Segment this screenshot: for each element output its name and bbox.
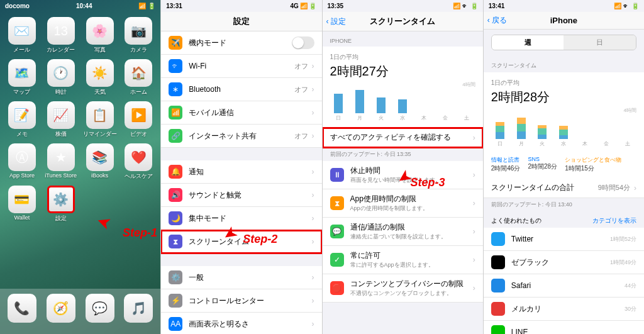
cell-機内モード[interactable]: ✈️機内モード xyxy=(161,31,321,55)
app-row-ゼブラック[interactable]: ゼブラック1時間49分 xyxy=(484,251,644,274)
step1-label: Step-1 xyxy=(123,226,157,240)
app-設定[interactable]: ⚙️設定 xyxy=(43,186,79,223)
app-Wallet[interactable]: 💳Wallet xyxy=(4,186,40,223)
app-時計[interactable]: 🕐時計 xyxy=(43,59,79,96)
cell-インターネット共有[interactable]: 🔗インターネット共有オフ› xyxy=(161,125,321,148)
app-row-Twitter[interactable]: Twitter1時間52分 xyxy=(484,228,644,251)
segmented-control[interactable]: 週 日 xyxy=(491,35,636,50)
cell-常に許可[interactable]: ✓常に許可常に許可するAppを選択します。› xyxy=(323,246,483,274)
row-icon: 🛑 xyxy=(330,281,344,295)
nav-title: iPhone xyxy=(550,16,577,25)
cell-App使用時間の制限[interactable]: ⧗App使用時間の制限Appの使用時間を制限します。› xyxy=(323,189,483,218)
dock-messages[interactable]: 💬 xyxy=(86,294,114,323)
row-icon: 🌙 xyxy=(169,211,182,225)
usage-chart-stacked: 4時間 日月火水木金土 xyxy=(491,109,636,147)
app-ビデオ[interactable]: ▶️ビデオ xyxy=(120,101,157,138)
seg-week[interactable]: 週 xyxy=(492,35,564,50)
chevron-right-icon: › xyxy=(312,62,314,70)
chevron-right-icon: › xyxy=(473,170,475,179)
app-iTunes Store[interactable]: ★iTunes Store xyxy=(43,143,79,181)
nav-bar: ‹ 設定 スクリーンタイム xyxy=(323,12,483,31)
switch[interactable] xyxy=(292,36,314,49)
cell-Wi-Fi[interactable]: ᯤWi-Fiオフ› xyxy=(161,55,321,78)
app-label: 時計 xyxy=(55,88,67,96)
usage-chart: 4時間 日月火水木金土 xyxy=(330,84,475,121)
app-カレンダー[interactable]: 13カレンダー xyxy=(43,17,79,54)
chevron-right-icon: › xyxy=(312,214,314,223)
status-icons: 4G 📶 🔋 xyxy=(290,3,316,9)
app-label: マップ xyxy=(13,88,30,96)
app-icon: ▶️ xyxy=(125,101,152,129)
app-iBooks[interactable]: 📚iBooks xyxy=(82,143,118,181)
cell-コンテンツとプライバシーの制限[interactable]: 🛑コンテンツとプライバシーの制限不適切なコンテンツをブロックします。› xyxy=(323,274,483,303)
statusbar: 13:41 📶 ᯤ 🔋 xyxy=(484,0,644,12)
chevron-right-icon: › xyxy=(312,108,314,117)
dock-phone[interactable]: 📞 xyxy=(8,294,36,323)
app-icon: 📈 xyxy=(47,101,75,129)
app-row-メルカリ[interactable]: メルカリ30分 xyxy=(484,298,644,321)
app-メール[interactable]: ✉️メール xyxy=(4,17,40,54)
back-button[interactable]: ‹ 戻る xyxy=(487,15,507,26)
avg-label: 1日の平均 xyxy=(330,53,475,62)
app-天気[interactable]: ☀️天気 xyxy=(82,59,118,96)
nav-bar: 設定 xyxy=(161,12,321,31)
app-App Store[interactable]: ⒶApp Store xyxy=(4,143,40,181)
statusbar: 13:31 4G 📶 🔋 xyxy=(161,0,321,12)
section-header: IPHONE xyxy=(323,31,483,47)
app-ホーム[interactable]: 🏠ホーム xyxy=(120,59,157,96)
cell-Bluetooth[interactable]: ∗Bluetoothオフ› xyxy=(161,78,321,101)
cell-スクリーンタイム[interactable]: ⧗スクリーンタイム› xyxy=(161,230,321,253)
show-categories-link[interactable]: カテゴリを表示 xyxy=(592,216,636,225)
app-row-LINE[interactable]: LINE xyxy=(484,321,644,334)
back-button[interactable]: ‹ 設定 xyxy=(326,16,346,27)
step2-label: Step-2 xyxy=(243,233,277,246)
avg-value: 2時間28分 xyxy=(491,89,636,106)
section-header: スクリーンタイム xyxy=(484,55,644,72)
chevron-right-icon: › xyxy=(473,133,475,142)
chevron-right-icon: › xyxy=(473,284,475,292)
app-icon xyxy=(491,279,505,292)
total-value: 9時間54分 xyxy=(598,183,630,192)
chevron-right-icon: › xyxy=(312,296,314,305)
step3-label: Step-3 xyxy=(411,176,445,189)
app-メモ[interactable]: 📝メモ xyxy=(4,101,40,138)
cell-集中モード[interactable]: 🌙集中モード› xyxy=(161,207,321,230)
update-note: 前回のアップデート: 今日 13:35 xyxy=(323,148,483,161)
app-リマインダー[interactable]: 📋リマインダー xyxy=(82,101,118,138)
app-icon: Ⓐ xyxy=(8,143,36,171)
app-icon xyxy=(491,302,505,316)
app-label: Wallet xyxy=(14,214,30,221)
dock-music[interactable]: 🎵 xyxy=(124,294,153,323)
cell-画面表示と明るさ[interactable]: AA画面表示と明るさ› xyxy=(161,313,321,334)
cell-サウンドと触覚[interactable]: 🔊サウンドと触覚› xyxy=(161,184,321,207)
app-icon: 📷 xyxy=(125,17,152,45)
app-カメラ[interactable]: 📷カメラ xyxy=(120,17,157,54)
cell-コントロールセンター[interactable]: ⚡コントロールセンター› xyxy=(161,289,321,313)
bar: 火 xyxy=(534,125,552,148)
dock-safari[interactable]: 🧭 xyxy=(47,294,75,323)
cell-通信/通話の制限[interactable]: 💬通信/通話の制限連絡先に基づいて制限を設定します。› xyxy=(323,218,483,246)
seg-day[interactable]: 日 xyxy=(564,35,636,50)
average-block[interactable]: 1日の平均 2時間27分 4時間 日月火水木金土 xyxy=(323,47,483,128)
cell-一般[interactable]: ⚙️一般› xyxy=(161,266,321,289)
cell-モバイル通信[interactable]: 📶モバイル通信› xyxy=(161,101,321,125)
app-写真[interactable]: 🌸写真 xyxy=(82,17,118,54)
app-株価[interactable]: 📈株価 xyxy=(43,101,79,138)
app-icon xyxy=(491,232,505,246)
cell-通知[interactable]: 🔔通知› xyxy=(161,160,321,184)
nav-title: 設定 xyxy=(233,16,250,27)
total-cell[interactable]: スクリーンタイムの合計 9時間54分 › xyxy=(484,178,644,198)
app-マップ[interactable]: 🗺️マップ xyxy=(4,59,40,96)
app-label: App Store xyxy=(9,172,35,179)
chevron-right-icon: › xyxy=(312,320,314,328)
app-ヘルスケア[interactable]: ❤️ヘルスケア xyxy=(120,143,157,181)
all-activity-cell[interactable]: すべてのアクティビティを確認する › xyxy=(323,128,483,148)
bar: 日 xyxy=(491,122,509,148)
app-icon: 🗺️ xyxy=(8,59,36,87)
nav-bar: ‹ 戻る iPhone xyxy=(484,12,644,30)
app-label: リマインダー xyxy=(83,130,117,138)
row-icon: ᯤ xyxy=(169,59,182,73)
app-row-Safari[interactable]: Safari44分 xyxy=(484,274,644,298)
settings-root: 13:31 4G 📶 🔋 設定 ✈️機内モードᯤWi-Fiオフ›∗Bluetoo… xyxy=(161,0,322,334)
all-activity-label: すべてのアクティビティを確認する xyxy=(330,132,473,143)
